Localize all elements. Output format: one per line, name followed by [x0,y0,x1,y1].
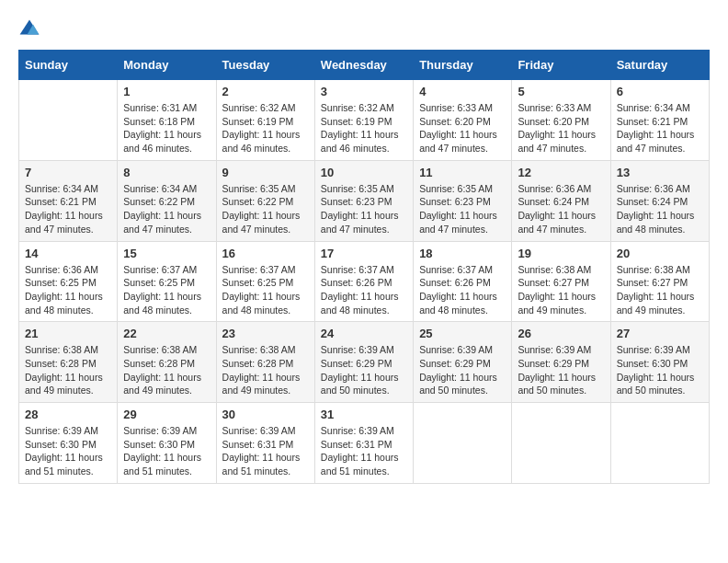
weekday-header-friday: Friday [512,51,610,80]
day-number: 24 [321,327,407,340]
day-number: 7 [25,166,111,179]
day-number: 21 [25,327,111,340]
day-info: Sunrise: 6:32 AMSunset: 6:19 PMDaylight:… [321,101,407,155]
week-row-3: 14Sunrise: 6:36 AMSunset: 6:25 PMDayligh… [19,241,710,322]
day-info: Sunrise: 6:39 AMSunset: 6:31 PMDaylight:… [222,424,309,478]
calendar-cell: 2Sunrise: 6:32 AMSunset: 6:19 PMDaylight… [216,80,314,161]
day-number: 6 [617,85,703,98]
day-number: 9 [222,166,309,179]
day-number: 29 [123,408,210,421]
day-number: 17 [321,247,407,260]
weekday-header-tuesday: Tuesday [216,51,314,80]
calendar-table: SundayMondayTuesdayWednesdayThursdayFrid… [18,50,710,484]
calendar-cell [610,403,709,484]
week-row-4: 21Sunrise: 6:38 AMSunset: 6:28 PMDayligh… [19,322,710,403]
day-info: Sunrise: 6:37 AMSunset: 6:26 PMDaylight:… [321,263,407,317]
day-info: Sunrise: 6:36 AMSunset: 6:24 PMDaylight:… [617,182,703,236]
calendar-cell: 8Sunrise: 6:34 AMSunset: 6:22 PMDaylight… [118,160,216,241]
calendar-cell: 5Sunrise: 6:33 AMSunset: 6:20 PMDaylight… [512,80,610,161]
calendar-cell: 28Sunrise: 6:39 AMSunset: 6:30 PMDayligh… [19,403,118,484]
calendar-cell: 11Sunrise: 6:35 AMSunset: 6:23 PMDayligh… [414,160,512,241]
week-row-5: 28Sunrise: 6:39 AMSunset: 6:30 PMDayligh… [19,403,710,484]
day-info: Sunrise: 6:35 AMSunset: 6:22 PMDaylight:… [222,182,309,236]
day-number: 16 [222,247,309,260]
page-header [18,18,710,40]
day-number: 15 [123,247,210,260]
week-row-1: 1Sunrise: 6:31 AMSunset: 6:18 PMDaylight… [19,80,710,161]
day-number: 19 [518,247,604,260]
day-info: Sunrise: 6:32 AMSunset: 6:19 PMDaylight:… [222,101,309,155]
day-info: Sunrise: 6:34 AMSunset: 6:21 PMDaylight:… [25,182,111,236]
week-row-2: 7Sunrise: 6:34 AMSunset: 6:21 PMDaylight… [19,160,710,241]
day-info: Sunrise: 6:37 AMSunset: 6:26 PMDaylight:… [419,263,506,317]
weekday-header-monday: Monday [118,51,216,80]
calendar-cell: 13Sunrise: 6:36 AMSunset: 6:24 PMDayligh… [610,160,709,241]
weekday-header-wednesday: Wednesday [314,51,413,80]
day-info: Sunrise: 6:39 AMSunset: 6:31 PMDaylight:… [321,424,407,478]
calendar-cell: 15Sunrise: 6:37 AMSunset: 6:25 PMDayligh… [118,241,216,322]
calendar-cell: 29Sunrise: 6:39 AMSunset: 6:30 PMDayligh… [118,403,216,484]
calendar-cell: 23Sunrise: 6:38 AMSunset: 6:28 PMDayligh… [216,322,314,403]
day-info: Sunrise: 6:38 AMSunset: 6:27 PMDaylight:… [518,263,604,317]
day-number: 11 [419,166,506,179]
day-info: Sunrise: 6:34 AMSunset: 6:21 PMDaylight:… [617,101,703,155]
day-info: Sunrise: 6:37 AMSunset: 6:25 PMDaylight:… [222,263,309,317]
day-number: 28 [25,408,111,421]
day-info: Sunrise: 6:33 AMSunset: 6:20 PMDaylight:… [419,101,506,155]
logo [18,18,44,40]
day-number: 2 [222,85,309,98]
day-number: 26 [518,327,604,340]
weekday-row: SundayMondayTuesdayWednesdayThursdayFrid… [19,51,710,80]
calendar-cell: 9Sunrise: 6:35 AMSunset: 6:22 PMDaylight… [216,160,314,241]
day-info: Sunrise: 6:38 AMSunset: 6:27 PMDaylight:… [617,263,703,317]
day-info: Sunrise: 6:39 AMSunset: 6:30 PMDaylight:… [123,424,210,478]
day-info: Sunrise: 6:35 AMSunset: 6:23 PMDaylight:… [419,182,506,236]
day-number: 14 [25,247,111,260]
day-number: 5 [518,85,604,98]
day-info: Sunrise: 6:33 AMSunset: 6:20 PMDaylight:… [518,101,604,155]
day-info: Sunrise: 6:36 AMSunset: 6:25 PMDaylight:… [25,263,111,317]
day-number: 10 [321,166,407,179]
day-number: 22 [123,327,210,340]
day-info: Sunrise: 6:37 AMSunset: 6:25 PMDaylight:… [123,263,210,317]
calendar-cell: 16Sunrise: 6:37 AMSunset: 6:25 PMDayligh… [216,241,314,322]
calendar-cell: 31Sunrise: 6:39 AMSunset: 6:31 PMDayligh… [314,403,413,484]
day-info: Sunrise: 6:39 AMSunset: 6:30 PMDaylight:… [25,424,111,478]
day-number: 25 [419,327,506,340]
calendar-body: 1Sunrise: 6:31 AMSunset: 6:18 PMDaylight… [19,80,710,484]
day-info: Sunrise: 6:36 AMSunset: 6:24 PMDaylight:… [518,182,604,236]
logo-icon [18,18,40,40]
day-info: Sunrise: 6:38 AMSunset: 6:28 PMDaylight:… [222,343,309,397]
day-number: 12 [518,166,604,179]
calendar-cell: 25Sunrise: 6:39 AMSunset: 6:29 PMDayligh… [414,322,512,403]
calendar-cell: 26Sunrise: 6:39 AMSunset: 6:29 PMDayligh… [512,322,610,403]
weekday-header-saturday: Saturday [610,51,709,80]
day-info: Sunrise: 6:39 AMSunset: 6:29 PMDaylight:… [518,343,604,397]
day-info: Sunrise: 6:34 AMSunset: 6:22 PMDaylight:… [123,182,210,236]
day-info: Sunrise: 6:39 AMSunset: 6:30 PMDaylight:… [617,343,703,397]
day-number: 4 [419,85,506,98]
calendar-cell: 17Sunrise: 6:37 AMSunset: 6:26 PMDayligh… [314,241,413,322]
day-number: 3 [321,85,407,98]
day-number: 20 [617,247,703,260]
calendar-cell: 19Sunrise: 6:38 AMSunset: 6:27 PMDayligh… [512,241,610,322]
calendar-cell: 18Sunrise: 6:37 AMSunset: 6:26 PMDayligh… [414,241,512,322]
calendar-cell [19,80,118,161]
calendar-cell: 20Sunrise: 6:38 AMSunset: 6:27 PMDayligh… [610,241,709,322]
calendar-cell: 1Sunrise: 6:31 AMSunset: 6:18 PMDaylight… [118,80,216,161]
calendar-cell: 12Sunrise: 6:36 AMSunset: 6:24 PMDayligh… [512,160,610,241]
day-number: 13 [617,166,703,179]
calendar-cell: 7Sunrise: 6:34 AMSunset: 6:21 PMDaylight… [19,160,118,241]
calendar-cell: 6Sunrise: 6:34 AMSunset: 6:21 PMDaylight… [610,80,709,161]
calendar-cell: 10Sunrise: 6:35 AMSunset: 6:23 PMDayligh… [314,160,413,241]
calendar-cell: 4Sunrise: 6:33 AMSunset: 6:20 PMDaylight… [414,80,512,161]
day-info: Sunrise: 6:39 AMSunset: 6:29 PMDaylight:… [419,343,506,397]
weekday-header-sunday: Sunday [19,51,118,80]
day-number: 27 [617,327,703,340]
day-info: Sunrise: 6:38 AMSunset: 6:28 PMDaylight:… [123,343,210,397]
calendar-cell: 30Sunrise: 6:39 AMSunset: 6:31 PMDayligh… [216,403,314,484]
day-number: 31 [321,408,407,421]
calendar-cell [414,403,512,484]
day-info: Sunrise: 6:35 AMSunset: 6:23 PMDaylight:… [321,182,407,236]
calendar-cell: 3Sunrise: 6:32 AMSunset: 6:19 PMDaylight… [314,80,413,161]
